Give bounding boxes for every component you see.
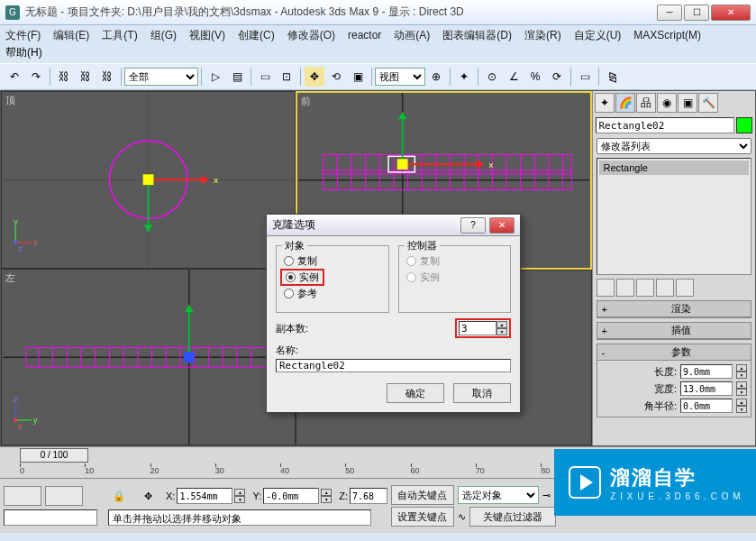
move-button[interactable]: ✥ <box>305 67 324 87</box>
radio-reference[interactable]: 参考 <box>284 287 381 300</box>
config-icon[interactable] <box>676 279 694 297</box>
corner-input[interactable] <box>680 399 733 413</box>
dialog-close-button[interactable]: ✕ <box>489 217 515 234</box>
utilities-tab-icon[interactable]: 🔨 <box>698 93 718 113</box>
width-input[interactable] <box>680 381 733 396</box>
key-icon[interactable]: ⊸ <box>542 490 551 501</box>
rollout-render[interactable]: +渲染 <box>597 300 751 318</box>
modify-tab-icon[interactable]: 🌈 <box>615 93 635 113</box>
menu-modifiers[interactable]: 修改器(O) <box>287 28 335 43</box>
menubar-row2: 帮助(H) <box>0 45 756 63</box>
maximize-button[interactable]: ☐ <box>684 5 709 21</box>
menu-create[interactable]: 创建(C) <box>238 28 275 43</box>
keyfilter-button[interactable]: 关键点过滤器 <box>469 507 556 527</box>
undo-button[interactable]: ↶ <box>5 67 24 87</box>
coord-y-input[interactable] <box>263 488 319 504</box>
selection-filter[interactable]: 全部 <box>124 68 198 86</box>
pivot-button[interactable]: ⊕ <box>426 67 446 87</box>
stack-item[interactable]: Rectangle <box>599 160 749 175</box>
width-spinner[interactable]: ▲▼ <box>736 381 747 396</box>
object-color-swatch[interactable] <box>736 117 752 133</box>
motion-tab-icon[interactable]: ◉ <box>657 93 677 113</box>
name-input[interactable] <box>276 359 511 372</box>
mirror-button[interactable]: ⧎ <box>603 67 623 87</box>
viewport-left[interactable]: 左 y <box>1 269 296 446</box>
svg-text:x: x <box>489 160 494 170</box>
coord-mode-icon[interactable]: ✥ <box>138 486 158 506</box>
status-btn-2[interactable] <box>45 486 83 506</box>
percent-snap-button[interactable]: % <box>525 67 545 87</box>
key-target-select[interactable]: 选定对象 <box>458 486 539 504</box>
ok-button[interactable]: 确定 <box>387 383 444 403</box>
modifier-stack[interactable]: Rectangle <box>597 158 751 275</box>
window-titlebar: G 无标题 - 项目文件夹: D:\用户目录\我的文档\3dsmax - Aut… <box>0 0 756 25</box>
select-button[interactable]: ▷ <box>205 67 225 87</box>
y-spinner[interactable]: ▲▼ <box>321 489 332 503</box>
coord-x-input[interactable] <box>177 488 232 504</box>
autokey-button[interactable]: 自动关键点 <box>391 485 454 505</box>
radio-copy[interactable]: 复制 <box>284 254 381 268</box>
corner-label: 角半径: <box>644 399 677 413</box>
svg-marker-4 <box>202 175 209 184</box>
menu-views[interactable]: 视图(V) <box>189 28 225 43</box>
dialog-help-button[interactable]: ? <box>460 217 486 234</box>
key-tangent-icon[interactable]: ∿ <box>458 511 466 523</box>
object-name-input[interactable] <box>596 117 734 133</box>
show-end-icon[interactable] <box>616 279 634 297</box>
menu-file[interactable]: 文件(F) <box>5 28 41 43</box>
svg-text:z: z <box>18 244 23 253</box>
menu-help[interactable]: 帮助(H) <box>5 46 42 59</box>
menu-graph[interactable]: 图表编辑器(D) <box>442 28 512 43</box>
x-spinner[interactable]: ▲▼ <box>234 489 245 503</box>
cancel-button[interactable]: 取消 <box>453 383 511 403</box>
viewport-top[interactable]: 顶 x x y z <box>1 91 296 269</box>
lock-icon[interactable]: 🔒 <box>109 486 129 506</box>
copies-spinner[interactable]: ▲▼ <box>496 321 507 335</box>
time-slider[interactable]: 0 / 100 <box>20 448 88 463</box>
menu-maxscript[interactable]: MAXScript(M) <box>633 29 701 41</box>
scale-button[interactable]: ▣ <box>348 67 368 87</box>
menu-animation[interactable]: 动画(A) <box>394 28 430 43</box>
corner-spinner[interactable]: ▲▼ <box>736 399 747 413</box>
bind-button[interactable]: ⛓ <box>97 67 117 87</box>
snap-button[interactable]: ⊙ <box>482 67 502 87</box>
display-tab-icon[interactable]: ▣ <box>678 93 697 113</box>
copies-input[interactable] <box>459 321 496 335</box>
angle-snap-button[interactable]: ∠ <box>504 67 524 87</box>
coord-system[interactable]: 视图 <box>375 68 425 86</box>
svg-text:x: x <box>214 175 218 185</box>
status-btn-1[interactable] <box>4 486 41 506</box>
menu-group[interactable]: 组(G) <box>150 28 177 43</box>
manipulate-button[interactable]: ✦ <box>454 67 474 87</box>
remove-mod-icon[interactable] <box>656 279 674 297</box>
named-sel-button[interactable]: ▭ <box>575 67 595 87</box>
svg-rect-36 <box>184 352 195 362</box>
length-input[interactable] <box>680 364 733 379</box>
rotate-button[interactable]: ⟲ <box>326 67 346 87</box>
select-name-button[interactable]: ▤ <box>227 67 247 87</box>
window-crossing-button[interactable]: ⊡ <box>277 67 296 87</box>
setkey-button[interactable]: 设置关键点 <box>391 507 454 527</box>
spinner-snap-button[interactable]: ⟳ <box>547 67 567 87</box>
unique-icon[interactable] <box>636 279 654 297</box>
menu-rendering[interactable]: 渲染(R) <box>524 28 561 43</box>
select-rect-button[interactable]: ▭ <box>255 67 275 87</box>
unlink-button[interactable]: ⛓ <box>76 67 96 87</box>
dialog-titlebar[interactable]: 克隆选项 ? ✕ <box>267 215 520 236</box>
redo-button[interactable]: ↷ <box>26 67 46 87</box>
pin-stack-icon[interactable] <box>597 279 615 297</box>
minimize-button[interactable]: ─ <box>657 5 682 21</box>
create-tab-icon[interactable]: ✦ <box>595 93 615 113</box>
menu-customize[interactable]: 自定义(U) <box>574 28 622 43</box>
radio-instance[interactable]: 实例 <box>284 270 381 284</box>
link-button[interactable]: ⛓ <box>54 67 74 87</box>
coord-z-input[interactable] <box>350 488 387 504</box>
length-spinner[interactable]: ▲▼ <box>736 364 747 379</box>
menu-reactor[interactable]: reactor <box>348 29 381 41</box>
hierarchy-tab-icon[interactable]: 品 <box>636 93 656 113</box>
modifier-list[interactable]: 修改器列表 <box>597 138 751 154</box>
close-button[interactable]: ✕ <box>711 5 751 21</box>
menu-tools[interactable]: 工具(T) <box>102 28 137 43</box>
menu-edit[interactable]: 编辑(E) <box>53 28 89 43</box>
rollout-interp[interactable]: +插值 <box>597 322 751 340</box>
